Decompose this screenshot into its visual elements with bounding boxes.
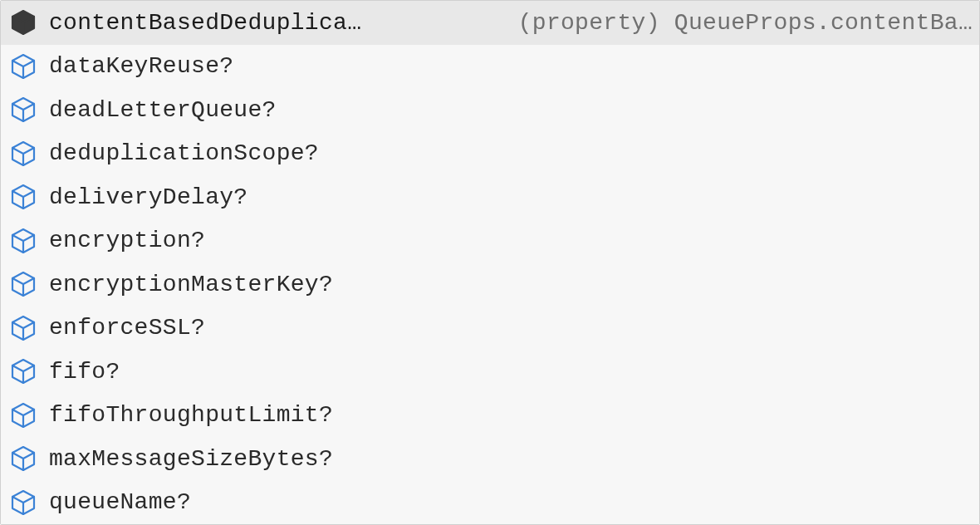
property-cube-icon (7, 400, 39, 431)
suggestion-item[interactable]: contentBasedDeduplica…(property) QueuePr… (1, 1, 979, 45)
suggestion-item[interactable]: dataKeyReuse? (1, 45, 979, 89)
suggestion-left: dataKeyReuse? (7, 51, 233, 82)
suggestion-left: fifo? (7, 356, 120, 387)
suggestion-label: fifoThroughputLimit? (49, 402, 333, 428)
suggestion-label: queueName? (49, 489, 191, 515)
property-cube-icon (7, 268, 39, 300)
suggestion-label: deliveryDelay? (49, 184, 247, 210)
suggestion-label: maxMessageSizeBytes? (49, 446, 333, 472)
property-cube-icon (7, 443, 39, 474)
suggestion-label: dataKeyReuse? (49, 53, 233, 79)
suggestion-left: fifoThroughputLimit? (7, 400, 333, 431)
suggestion-left: queueName? (7, 487, 191, 518)
suggestion-item[interactable]: encryptionMasterKey? (1, 262, 979, 307)
suggestion-label: deduplicationScope? (49, 140, 319, 166)
suggestion-left: deliveryDelay? (7, 181, 247, 213)
suggestion-item[interactable]: deadLetterQueue? (1, 88, 979, 132)
suggestion-item[interactable]: deliveryDelay? (1, 175, 979, 219)
suggestion-left: deduplicationScope? (7, 138, 319, 169)
property-cube-icon (7, 94, 39, 125)
property-cube-icon (7, 181, 39, 213)
suggestion-item[interactable]: queueName? (1, 481, 979, 525)
suggestion-item[interactable]: enforceSSL? (1, 307, 979, 351)
suggestion-item[interactable]: fifo? (1, 350, 979, 394)
intellisense-suggestion-list[interactable]: contentBasedDeduplica…(property) QueuePr… (1, 1, 979, 524)
suggestion-item[interactable]: deduplicationScope? (1, 132, 979, 176)
suggestion-left: deadLetterQueue? (7, 94, 277, 125)
suggestion-label: enforceSSL? (49, 315, 205, 341)
property-cube-icon (7, 225, 39, 257)
suggestion-item[interactable]: fifoThroughputLimit? (1, 394, 979, 438)
suggestion-label: deadLetterQueue? (49, 97, 277, 123)
property-cube-icon (7, 356, 39, 387)
property-cube-icon (7, 51, 39, 82)
suggestion-item[interactable]: maxMessageSizeBytes? (1, 437, 979, 481)
suggestion-left: encryption? (7, 225, 205, 257)
suggestion-detail: (property) QueueProps.contentBa… (502, 10, 973, 36)
suggestion-label: encryption? (49, 228, 205, 253)
property-cube-icon (7, 7, 39, 38)
suggestion-label: contentBasedDeduplica… (49, 10, 361, 36)
suggestion-left: enforceSSL? (7, 312, 205, 344)
property-cube-icon (7, 487, 39, 518)
property-cube-icon (7, 312, 39, 344)
suggestion-item[interactable]: encryption? (1, 219, 979, 263)
suggestion-left: encryptionMasterKey? (7, 268, 333, 300)
suggestion-label: fifo? (49, 359, 120, 385)
suggestion-left: contentBasedDeduplica… (7, 7, 361, 38)
suggestion-left: maxMessageSizeBytes? (7, 443, 333, 474)
property-cube-icon (7, 138, 39, 169)
suggestion-label: encryptionMasterKey? (49, 272, 333, 297)
